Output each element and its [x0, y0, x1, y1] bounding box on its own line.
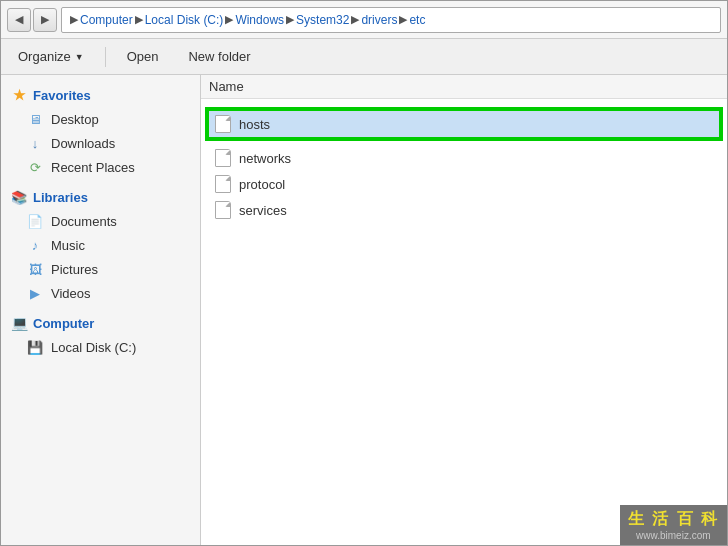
file-item-protocol[interactable]: protocol [201, 171, 727, 197]
nav-buttons: ◀ ▶ [7, 8, 57, 32]
file-name-networks: networks [239, 151, 291, 166]
computer-icon: 💻 [11, 315, 27, 331]
toolbar-divider-1 [105, 47, 106, 67]
file-list: hosts networks protocol services [201, 99, 727, 545]
recent-places-icon: ⟳ [27, 159, 43, 175]
watermark-url: www.bimeiz.com [636, 530, 710, 541]
videos-label: Videos [51, 286, 91, 301]
music-label: Music [51, 238, 85, 253]
file-icon-protocol [215, 175, 231, 193]
breadcrumb-etc[interactable]: etc [409, 13, 425, 27]
documents-icon: 📄 [27, 213, 43, 229]
sidebar-section-libraries[interactable]: 📚 Libraries [1, 185, 200, 209]
desktop-icon: 🖥 [27, 111, 43, 127]
file-item-networks[interactable]: networks [201, 145, 727, 171]
pictures-label: Pictures [51, 262, 98, 277]
windows-explorer-window: ◀ ▶ ▶ Computer ▶ Local Disk (C:) ▶ Windo… [0, 0, 728, 546]
file-item-hosts[interactable]: hosts [205, 107, 723, 141]
toolbar: Organize ▼ Open New folder [1, 39, 727, 75]
file-icon-hosts [215, 115, 231, 133]
sidebar-item-local-disk[interactable]: 💾 Local Disk (C:) [1, 335, 200, 359]
sidebar: ★ Favorites 🖥 Desktop ↓ Downloads ⟳ Rece… [1, 75, 201, 545]
back-button[interactable]: ◀ [7, 8, 31, 32]
breadcrumb-windows[interactable]: Windows [235, 13, 284, 27]
breadcrumb-bar: ▶ Computer ▶ Local Disk (C:) ▶ Windows ▶… [61, 7, 721, 33]
downloads-icon: ↓ [27, 135, 43, 151]
sidebar-item-videos[interactable]: ▶ Videos [1, 281, 200, 305]
main-content: ★ Favorites 🖥 Desktop ↓ Downloads ⟳ Rece… [1, 75, 727, 545]
new-folder-label: New folder [188, 49, 250, 64]
downloads-label: Downloads [51, 136, 115, 151]
sidebar-section-computer[interactable]: 💻 Computer [1, 311, 200, 335]
watermark-text: 生 活 百 科 [628, 509, 719, 530]
pictures-icon: 🖼 [27, 261, 43, 277]
local-disk-icon: 💾 [27, 339, 43, 355]
documents-label: Documents [51, 214, 117, 229]
file-name-protocol: protocol [239, 177, 285, 192]
music-icon: ♪ [27, 237, 43, 253]
file-item-services[interactable]: services [201, 197, 727, 223]
address-bar: ◀ ▶ ▶ Computer ▶ Local Disk (C:) ▶ Windo… [1, 1, 727, 39]
breadcrumb-drivers[interactable]: drivers [361, 13, 397, 27]
name-column-header[interactable]: Name [209, 79, 244, 94]
file-icon-networks [215, 149, 231, 167]
open-button[interactable]: Open [118, 45, 168, 68]
recent-places-label: Recent Places [51, 160, 135, 175]
breadcrumb-separator-root: ▶ [70, 13, 78, 26]
favorites-label: Favorites [33, 88, 91, 103]
computer-label: Computer [33, 316, 94, 331]
file-icon-services [215, 201, 231, 219]
sidebar-section-favorites[interactable]: ★ Favorites [1, 83, 200, 107]
local-disk-label: Local Disk (C:) [51, 340, 136, 355]
favorites-icon: ★ [11, 87, 27, 103]
sidebar-item-documents[interactable]: 📄 Documents [1, 209, 200, 233]
breadcrumb-localdisk[interactable]: Local Disk (C:) [145, 13, 224, 27]
sidebar-item-pictures[interactable]: 🖼 Pictures [1, 257, 200, 281]
watermark: 生 活 百 科 www.bimeiz.com [620, 505, 727, 545]
organize-label: Organize [18, 49, 71, 64]
sidebar-item-recent-places[interactable]: ⟳ Recent Places [1, 155, 200, 179]
breadcrumb-system32[interactable]: System32 [296, 13, 349, 27]
sidebar-item-desktop[interactable]: 🖥 Desktop [1, 107, 200, 131]
breadcrumb-computer[interactable]: Computer [80, 13, 133, 27]
new-folder-button[interactable]: New folder [179, 45, 259, 68]
videos-icon: ▶ [27, 285, 43, 301]
file-name-hosts: hosts [239, 117, 270, 132]
organize-dropdown-icon: ▼ [75, 52, 84, 62]
forward-button[interactable]: ▶ [33, 8, 57, 32]
sidebar-item-downloads[interactable]: ↓ Downloads [1, 131, 200, 155]
file-area-wrapper: Name hosts networks protocol [201, 75, 727, 545]
file-name-services: services [239, 203, 287, 218]
libraries-label: Libraries [33, 190, 88, 205]
desktop-label: Desktop [51, 112, 99, 127]
sidebar-item-music[interactable]: ♪ Music [1, 233, 200, 257]
file-list-header: Name [201, 75, 727, 99]
organize-button[interactable]: Organize ▼ [9, 45, 93, 68]
libraries-icon: 📚 [11, 189, 27, 205]
open-label: Open [127, 49, 159, 64]
